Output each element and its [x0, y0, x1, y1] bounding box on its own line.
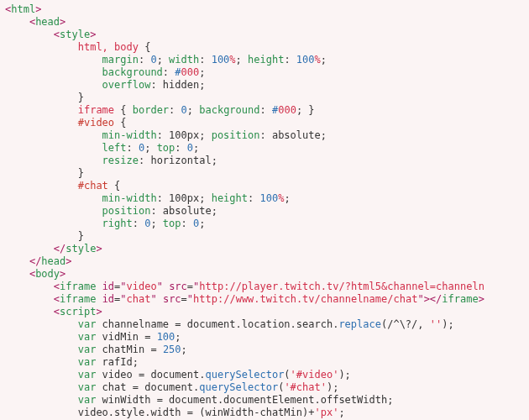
code-block: <html> <head> <style> html, body { margi… [0, 0, 529, 419]
css-sel-iframe: iframe [78, 104, 114, 116]
css-sel-chat: #chat [78, 180, 108, 192]
tag-style-close: style [65, 243, 96, 255]
tag-body-open: body [35, 268, 60, 280]
tag-script-open: script [60, 306, 96, 318]
attr-chat-src: http://www.twitch.tv/channelname/chat [193, 293, 417, 305]
tag-head-close: head [41, 255, 65, 267]
tag-head-open: head [35, 16, 60, 28]
css-sel-video: #video [78, 117, 114, 129]
tag-iframe-video: iframe [60, 281, 96, 292]
css-sel-html-body: html, body [78, 41, 139, 53]
tag-iframe-chat: iframe [60, 293, 96, 305]
tag-html-open: html [11, 3, 35, 15]
tag-style-open: style [60, 29, 90, 40]
attr-video-src: http://player.twitch.tv/?html5&channel=c… [199, 281, 484, 292]
